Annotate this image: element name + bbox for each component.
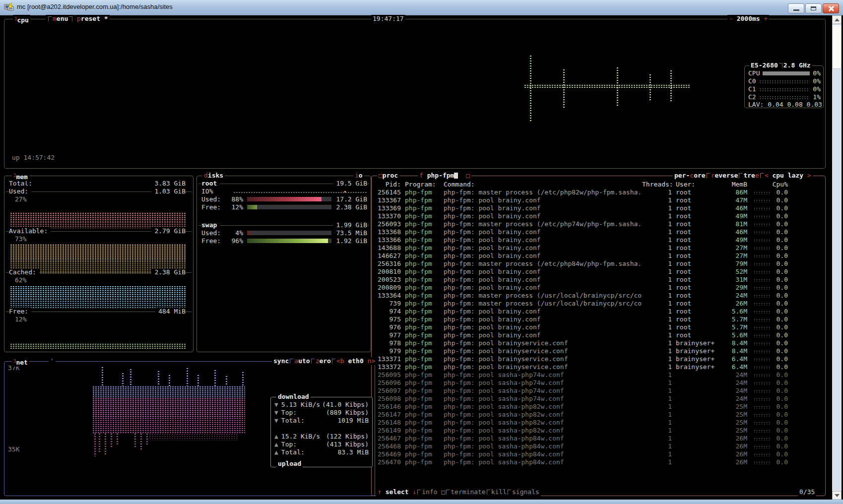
- preset-button[interactable]: preset *: [75, 15, 110, 23]
- process-row[interactable]: 133371 php-fpm php-fpm: pool brainyservi…: [375, 355, 812, 363]
- process-row[interactable]: 256097 php-fpm php-fpm: pool sasha-php74…: [375, 387, 812, 395]
- col-threads[interactable]: Threads:: [642, 181, 672, 189]
- cpu-history-meter: [753, 461, 771, 464]
- iface-prev-button[interactable]: <b: [336, 357, 344, 365]
- col-cpu[interactable]: Cpu%: [771, 181, 788, 189]
- sync-toggle[interactable]: sync: [273, 357, 289, 365]
- auto-toggle[interactable]: auto: [294, 357, 310, 365]
- interval-plus-button[interactable]: +: [764, 15, 768, 22]
- info-button[interactable]: info: [422, 488, 437, 496]
- interval-minus-button[interactable]: -: [729, 15, 733, 22]
- reverse-toggle[interactable]: reverse: [711, 172, 738, 179]
- col-pid[interactable]: Pid:: [375, 181, 401, 189]
- sort-prev-button[interactable]: <: [765, 172, 769, 179]
- kill-button[interactable]: kill: [491, 488, 507, 496]
- process-row[interactable]: 133364 php-fpm php-fpm: master process (…: [375, 292, 812, 300]
- io-mode-button[interactable]: io: [353, 172, 364, 180]
- program-cell: php-fpm: [405, 347, 440, 355]
- proc-filter-field[interactable]: f php-fpm □: [418, 172, 471, 180]
- cpu-box-title[interactable]: 1cpu: [13, 15, 30, 24]
- process-row[interactable]: 256469 php-fpm php-fpm: pool sasha-php84…: [375, 450, 812, 458]
- scrollbar-thumb[interactable]: [832, 24, 842, 69]
- scrollbar[interactable]: [832, 15, 842, 500]
- threads-cell: 1: [642, 284, 672, 292]
- process-row[interactable]: 974 php-fpm php-fpm: pool brainy.conf 1 …: [375, 308, 812, 315]
- process-row[interactable]: 200523 php-fpm php-fpm: pool brainy.conf…: [375, 276, 812, 284]
- process-row[interactable]: 256093 php-fpm php-fpm: master process (…: [375, 220, 812, 228]
- mem-cell: 26M: [721, 300, 747, 308]
- process-row[interactable]: 975 php-fpm php-fpm: pool brainy.conf 1 …: [375, 315, 812, 323]
- process-row[interactable]: 256148 php-fpm php-fpm: pool sasha-php82…: [375, 419, 812, 427]
- mem-cell: 26M: [721, 458, 747, 466]
- proc-box-title[interactable]: □proc: [377, 172, 399, 180]
- signals-button[interactable]: signals: [512, 488, 539, 496]
- process-row[interactable]: 200809 php-fpm php-fpm: pool brainy.conf…: [375, 284, 812, 292]
- mem-box-title[interactable]: 2mem: [12, 172, 29, 181]
- process-row[interactable]: 978 php-fpm php-fpm: pool brainyservice.…: [375, 339, 812, 347]
- pid-cell: 200523: [375, 276, 401, 284]
- cpu-total-row: CPU0%: [748, 69, 821, 77]
- cpu-total-meter: [763, 71, 810, 75]
- process-row[interactable]: 133369 php-fpm php-fpm: pool brainy.conf…: [375, 204, 812, 212]
- process-row[interactable]: 256145 php-fpm php-fpm: master process (…: [375, 189, 812, 196]
- up-arrow-icon: ▲: [274, 433, 278, 441]
- process-row[interactable]: 977 php-fpm php-fpm: pool brainy.conf 1 …: [375, 331, 812, 339]
- process-row[interactable]: 200810 php-fpm php-fpm: pool brainy.conf…: [375, 268, 812, 276]
- select-down-arrow[interactable]: ↓: [412, 488, 416, 496]
- text-cursor: [454, 173, 458, 179]
- iface-next-button[interactable]: n>: [368, 357, 376, 365]
- program-cell: php-fpm: [405, 363, 440, 371]
- scroll-up-button[interactable]: [832, 15, 842, 24]
- close-button[interactable]: [823, 3, 839, 13]
- tree-toggle[interactable]: tree: [743, 172, 759, 179]
- process-row[interactable]: 979 php-fpm php-fpm: pool brainyservice.…: [375, 347, 812, 355]
- command-cell: php-fpm: pool sasha-php84w.conf: [440, 435, 642, 442]
- cpu-history-meter: [753, 239, 771, 242]
- mem-cell: 5.7M: [721, 315, 747, 323]
- per-core-toggle[interactable]: per-core: [674, 172, 706, 179]
- select-button[interactable]: select: [386, 488, 409, 496]
- process-row[interactable]: 256098 php-fpm php-fpm: pool sasha-php74…: [375, 395, 812, 403]
- menu-button[interactable]: menu: [46, 15, 75, 23]
- process-row[interactable]: 133370 php-fpm php-fpm: pool brainy.conf…: [375, 212, 812, 220]
- col-user[interactable]: User:: [676, 181, 721, 189]
- select-up-arrow[interactable]: ↑: [378, 488, 382, 496]
- cpu-cell: 0.0: [771, 411, 788, 419]
- scroll-down-button[interactable]: [832, 491, 842, 500]
- process-row[interactable]: 256316 php-fpm php-fpm: master process (…: [375, 260, 812, 268]
- threads-cell: 1: [642, 450, 672, 458]
- threads-cell: 1: [642, 308, 672, 315]
- process-row[interactable]: 146627 php-fpm php-fpm: pool brainy.conf…: [375, 252, 812, 260]
- minimize-button[interactable]: [788, 3, 804, 13]
- user-cell: [676, 379, 721, 387]
- cpu-history-meter: [753, 326, 771, 329]
- process-row[interactable]: 256470 php-fpm php-fpm: pool sasha-php84…: [375, 458, 812, 466]
- net-box-title[interactable]: 3net: [12, 357, 29, 367]
- cpu-cell: 0.0: [771, 196, 788, 204]
- col-program[interactable]: Program:: [405, 181, 440, 189]
- col-command[interactable]: Command:: [440, 181, 642, 189]
- process-row[interactable]: 256149 php-fpm php-fpm: pool sasha-php82…: [375, 427, 812, 435]
- process-row[interactable]: 133368 php-fpm php-fpm: pool brainy.conf…: [375, 228, 812, 236]
- process-row[interactable]: 133372 php-fpm php-fpm: pool brainyservi…: [375, 363, 812, 371]
- zero-toggle[interactable]: zero: [316, 357, 331, 365]
- process-row[interactable]: 256095 php-fpm php-fpm: pool sasha-php74…: [375, 371, 812, 379]
- process-row[interactable]: 739 php-fpm php-fpm: master process (/us…: [375, 300, 812, 308]
- user-cell: [676, 371, 721, 379]
- process-row[interactable]: 256146 php-fpm php-fpm: pool sasha-php82…: [375, 403, 812, 411]
- terminate-button[interactable]: terminate: [451, 488, 485, 496]
- process-row[interactable]: 133366 php-fpm php-fpm: pool brainy.conf…: [375, 236, 812, 244]
- process-row[interactable]: 143688 php-fpm php-fpm: pool brainy.conf…: [375, 244, 812, 252]
- process-row[interactable]: 256096 php-fpm php-fpm: pool sasha-php74…: [375, 379, 812, 387]
- cpu-history-meter: [753, 199, 771, 202]
- process-row[interactable]: 133367 php-fpm php-fpm: pool brainy.conf…: [375, 196, 812, 204]
- process-row[interactable]: 256147 php-fpm php-fpm: pool sasha-php82…: [375, 411, 812, 419]
- process-row[interactable]: 976 php-fpm php-fpm: pool brainy.conf 1 …: [375, 323, 812, 331]
- disks-box-title[interactable]: disks: [202, 172, 225, 180]
- process-row[interactable]: 256467 php-fpm php-fpm: pool sasha-php84…: [375, 435, 812, 442]
- maximize-button[interactable]: [805, 3, 822, 13]
- sort-next-button[interactable]: >: [807, 172, 811, 179]
- user-cell: [676, 450, 721, 458]
- col-mem[interactable]: MemB: [721, 181, 747, 189]
- process-row[interactable]: 256468 php-fpm php-fpm: pool sasha-php84…: [375, 442, 812, 450]
